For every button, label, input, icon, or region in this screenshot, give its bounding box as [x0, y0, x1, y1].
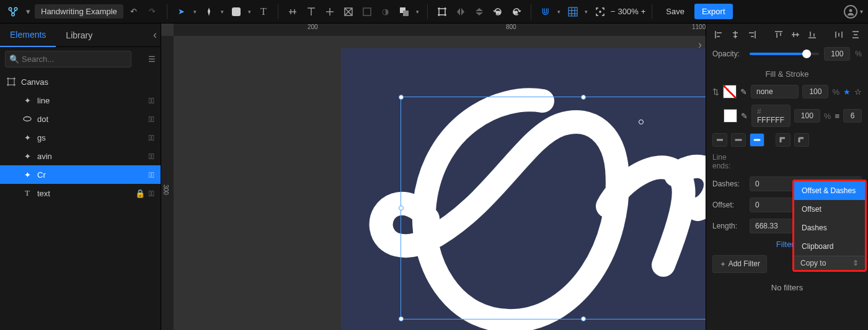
resize-handle-tm[interactable] — [581, 95, 586, 100]
magnet-snap-icon[interactable]: ⋓ — [538, 4, 554, 20]
artboard-tool-icon[interactable] — [434, 4, 450, 20]
resize-handle-ml[interactable] — [399, 206, 404, 211]
align-right-icon[interactable] — [746, 28, 758, 41]
document-title[interactable]: Handwriting Example — [35, 4, 123, 19]
collapse-right-icon[interactable]: › — [698, 38, 702, 51]
swap-icon[interactable]: ⇅ — [712, 87, 719, 97]
fill-value[interactable]: none — [751, 85, 799, 98]
undo-icon[interactable]: ↶ — [126, 4, 142, 20]
canvas-viewport[interactable]: 200 800 1100 300 › — [161, 24, 706, 330]
star-filled-icon[interactable]: ★ — [843, 87, 851, 97]
stroke-opacity[interactable]: 100 — [794, 109, 820, 123]
visibility-icon[interactable]: 👁̸ — [149, 96, 155, 105]
visibility-icon[interactable]: 👁̸ — [149, 189, 155, 198]
rotate-cw-icon[interactable]: 90 — [508, 4, 525, 20]
distribute-h-icon[interactable] — [833, 28, 845, 41]
text-tool-icon[interactable]: T — [255, 4, 272, 20]
flip-v-icon[interactable] — [471, 4, 487, 20]
zoom-in-button[interactable]: + — [641, 7, 646, 16]
resize-handle-tl[interactable] — [399, 95, 404, 100]
visibility-icon[interactable]: 👁̸ — [149, 133, 155, 142]
export-button[interactable]: Export — [694, 4, 733, 19]
hline-tool-icon[interactable] — [285, 4, 301, 20]
shape-tool-icon[interactable] — [228, 4, 244, 20]
tree-node-dot[interactable]: dot 👁̸ — [0, 110, 161, 128]
fill-swatch[interactable] — [723, 85, 737, 98]
tree-node-cr[interactable]: ✦ Cr 👁̸ — [0, 165, 161, 184]
select-tool-icon[interactable]: ➤ — [174, 4, 190, 20]
popup-item-offset-dashes[interactable]: Offset & Dashes — [794, 181, 865, 200]
cap-butt-icon[interactable] — [712, 133, 727, 147]
select-dropdown-icon[interactable]: ▾ — [192, 4, 198, 20]
join-miter-icon[interactable] — [776, 133, 790, 147]
elements-tree: Canvas ✦ line 👁̸ dot 👁̸ ✦ gs 👁̸ — [0, 71, 161, 330]
tree-node-gs[interactable]: ✦ gs 👁̸ — [0, 128, 161, 147]
align-bottom-icon[interactable] — [806, 28, 818, 41]
focus-mode-icon[interactable] — [592, 4, 608, 20]
tab-elements[interactable]: Elements — [0, 24, 56, 47]
fill-opacity[interactable]: 100 — [802, 85, 828, 98]
account-menu[interactable]: ▾ — [844, 5, 863, 19]
grid-dropdown-icon[interactable]: ▾ — [583, 4, 590, 20]
eyedropper-icon[interactable]: ✎ — [741, 111, 748, 121]
rotate-ccw-icon[interactable]: 90 — [490, 4, 506, 20]
zoom-out-button[interactable]: − — [611, 7, 616, 16]
transform-tool-icon[interactable] — [340, 4, 356, 20]
tree-node-line[interactable]: ✦ line 👁̸ — [0, 91, 161, 110]
stroke-swatch[interactable] — [724, 109, 737, 123]
path-anchor-point[interactable] — [639, 119, 644, 124]
selection-bounding-box[interactable] — [401, 97, 706, 319]
save-button[interactable]: Save — [658, 4, 692, 19]
distribute-v-icon[interactable] — [849, 28, 862, 41]
resize-handle-bl[interactable] — [399, 316, 404, 321]
collapse-left-icon[interactable]: ‹ — [153, 28, 157, 41]
copy-to-select[interactable]: Copy to⇕ — [794, 256, 865, 270]
visibility-icon[interactable]: 👁̸ — [149, 152, 155, 161]
popup-item-offset[interactable]: Offset — [794, 200, 865, 219]
app-logo-icon[interactable] — [5, 4, 21, 20]
opacity-slider[interactable] — [750, 53, 819, 55]
redo-icon[interactable]: ↷ — [144, 4, 161, 20]
cap-square-icon[interactable] — [731, 133, 746, 147]
length-input[interactable] — [750, 219, 793, 233]
join-bevel-icon[interactable] — [794, 133, 809, 147]
eyedropper-icon[interactable]: ✎ — [740, 87, 747, 97]
cap-round-icon[interactable] — [750, 133, 764, 147]
align-top-icon[interactable] — [773, 28, 785, 41]
tree-node-text[interactable]: T text 🔒👁̸ — [0, 184, 161, 202]
stroke-width-value[interactable]: 6 — [843, 109, 862, 123]
tree-node-avin[interactable]: ✦ avin 👁̸ — [0, 147, 161, 165]
eyedropper-icon[interactable]: ◑ — [378, 4, 394, 20]
snap-dropdown-icon[interactable]: ▾ — [556, 4, 562, 20]
search-input[interactable] — [5, 51, 131, 67]
stroke-hex[interactable]: # FFFFFF — [751, 105, 790, 127]
zoom-level[interactable]: 300% — [618, 7, 638, 16]
flip-h-icon[interactable] — [453, 4, 469, 20]
visibility-icon[interactable]: 👁̸ — [149, 115, 155, 124]
opacity-value[interactable]: 100 — [824, 47, 850, 61]
align-hcenter-icon[interactable] — [729, 28, 742, 41]
tab-library[interactable]: Library — [56, 24, 102, 46]
artboard[interactable] — [341, 48, 706, 330]
popup-item-dashes[interactable]: Dashes — [794, 219, 865, 237]
tree-root-canvas[interactable]: Canvas — [0, 72, 161, 91]
sort-icon[interactable]: ☰ — [148, 54, 156, 64]
pen-tool-icon[interactable] — [201, 4, 217, 20]
visibility-icon[interactable]: 👁̸ — [149, 170, 155, 180]
align-left-icon[interactable] — [712, 28, 725, 41]
layers-dropdown-icon[interactable]: ▾ — [415, 4, 421, 20]
pen-dropdown-icon[interactable]: ▾ — [219, 4, 226, 20]
align-vcenter-icon[interactable] — [789, 28, 802, 41]
add-filter-button[interactable]: ＋ Add Filter — [712, 255, 767, 273]
vtop-tool-icon[interactable] — [303, 4, 319, 20]
vmid-tool-icon[interactable] — [322, 4, 338, 20]
popup-item-clipboard[interactable]: Clipboard — [794, 237, 865, 256]
layers-tool-icon[interactable] — [396, 4, 412, 20]
mirror-tool-icon[interactable] — [359, 4, 375, 20]
lock-icon[interactable]: 🔒 — [135, 189, 145, 198]
dropdown-icon[interactable]: ▾ — [24, 4, 32, 20]
shape-dropdown-icon[interactable]: ▾ — [247, 4, 253, 20]
star-outline-icon[interactable]: ☆ — [854, 87, 862, 97]
grid-toggle-icon[interactable] — [565, 4, 581, 20]
resize-handle-bm[interactable] — [581, 316, 586, 321]
